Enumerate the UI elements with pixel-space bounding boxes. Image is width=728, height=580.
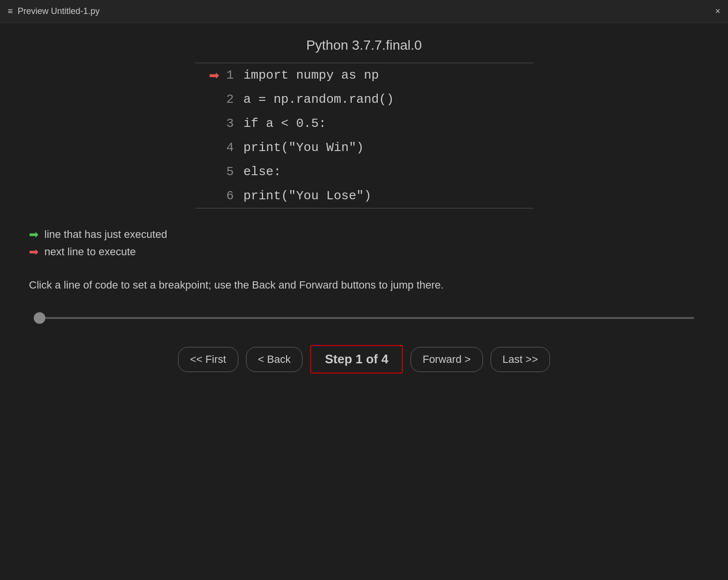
legend-red-label: next line to execute bbox=[44, 246, 136, 258]
line-number: 4 bbox=[224, 140, 244, 155]
forward-button[interactable]: Forward > bbox=[411, 347, 483, 372]
nav-bar: << First < Back Step 1 of 4 Forward > La… bbox=[29, 345, 699, 388]
line-number: 2 bbox=[224, 92, 244, 107]
legend: ➡ line that has just executed ➡ next lin… bbox=[29, 228, 699, 262]
line-code: if a < 0.5: bbox=[244, 116, 533, 131]
line-number: 3 bbox=[224, 116, 244, 131]
code-lines: ➡1import numpy as np➡2a = np.random.rand… bbox=[195, 63, 533, 208]
table-row[interactable]: ➡1import numpy as np bbox=[195, 63, 533, 87]
line-arrow-icon: ➡ bbox=[195, 189, 224, 204]
line-number: 6 bbox=[224, 189, 244, 203]
window-title: Preview Untitled-1.py bbox=[18, 6, 711, 16]
code-table-wrapper: ➡1import numpy as np➡2a = np.random.rand… bbox=[195, 63, 533, 208]
step-label: Step 1 of 4 bbox=[310, 345, 402, 373]
main-content: Python 3.7.7.final.0 ➡1import numpy as n… bbox=[0, 23, 728, 580]
table-row[interactable]: ➡3if a < 0.5: bbox=[195, 111, 533, 136]
legend-green: ➡ line that has just executed bbox=[29, 228, 699, 241]
line-arrow-icon: ➡ bbox=[195, 68, 224, 83]
slider-container bbox=[29, 312, 699, 321]
line-code: else: bbox=[244, 165, 533, 179]
line-arrow-icon: ➡ bbox=[195, 116, 224, 131]
code-panel: Python 3.7.7.final.0 ➡1import numpy as n… bbox=[29, 38, 699, 208]
table-row[interactable]: ➡4 print("You Win") bbox=[195, 136, 533, 160]
close-icon[interactable]: × bbox=[715, 6, 720, 16]
line-arrow-icon: ➡ bbox=[195, 165, 224, 180]
line-arrow-icon: ➡ bbox=[195, 92, 224, 107]
first-button[interactable]: << First bbox=[178, 347, 238, 372]
window: ≡ Preview Untitled-1.py × Python 3.7.7.f… bbox=[0, 0, 728, 580]
table-row[interactable]: ➡2a = np.random.rand() bbox=[195, 87, 533, 111]
back-button[interactable]: < Back bbox=[246, 347, 303, 372]
line-code: import numpy as np bbox=[244, 68, 533, 83]
last-button[interactable]: Last >> bbox=[491, 347, 550, 372]
instructions: Click a line of code to set a breakpoint… bbox=[29, 277, 699, 293]
legend-red: ➡ next line to execute bbox=[29, 245, 699, 259]
line-code: a = np.random.rand() bbox=[244, 92, 533, 107]
step-slider[interactable] bbox=[34, 317, 694, 319]
line-number: 1 bbox=[224, 68, 244, 83]
table-row[interactable]: ➡5else: bbox=[195, 160, 533, 184]
line-code: print("You Lose") bbox=[244, 189, 533, 203]
green-arrow-icon: ➡ bbox=[29, 228, 39, 241]
legend-green-label: line that has just executed bbox=[44, 228, 167, 241]
red-arrow-icon: ➡ bbox=[29, 245, 39, 259]
table-row[interactable]: ➡6 print("You Lose") bbox=[195, 184, 533, 208]
python-version: Python 3.7.7.final.0 bbox=[306, 38, 422, 53]
hamburger-icon[interactable]: ≡ bbox=[8, 6, 13, 16]
line-number: 5 bbox=[224, 165, 244, 179]
title-bar: ≡ Preview Untitled-1.py × bbox=[0, 0, 728, 23]
line-arrow-icon: ➡ bbox=[195, 140, 224, 155]
line-code: print("You Win") bbox=[244, 140, 533, 155]
